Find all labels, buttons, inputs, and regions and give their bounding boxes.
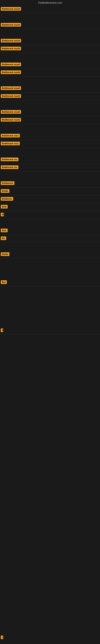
site-title: TheBottlenecker.com — [0, 0, 100, 6]
bottleneck-badge-22: Bottle — [1, 252, 9, 256]
result-row-5: Bottleneck result — [0, 61, 100, 69]
bottleneck-badge-2: Bottleneck result — [1, 23, 21, 26]
bottleneck-badge-8: Bottleneck result — [1, 94, 21, 98]
result-row-11: Bottleneck resu — [0, 132, 100, 140]
result-row-24: B — [0, 327, 100, 335]
result-row-17: Bottlenec — [0, 196, 100, 203]
bottleneck-badge-10: Bottleneck result — [1, 118, 21, 122]
result-row-10: Bottleneck result — [0, 116, 100, 124]
bottleneck-badge-6: Bottleneck result — [1, 70, 21, 74]
result-row-9: Bottleneck result — [0, 108, 100, 116]
bottleneck-badge-17: Bottlenec — [1, 197, 13, 201]
result-row-8: Bottleneck result — [0, 92, 100, 100]
bottleneck-badge-5: Bottleneck result — [1, 62, 21, 66]
result-row-23: Bot — [0, 279, 100, 286]
bottleneck-badge-9: Bottleneck result — [1, 110, 21, 114]
bottleneck-badge-1: Bottleneck result — [1, 7, 21, 11]
result-row-6: Bottleneck result — [0, 69, 100, 77]
bottleneck-badge-final: | — [1, 636, 3, 639]
result-row-14: Bottleneck res — [0, 164, 100, 172]
result-row-18: Bott — [0, 203, 100, 211]
result-row-13: Bottleneck res — [0, 156, 100, 164]
bottleneck-badge-16: Bottle — [1, 189, 9, 193]
bottleneck-badge-21: Bo — [1, 236, 6, 240]
result-row-2: Bottleneck result — [0, 21, 100, 29]
result-row-15: Bottleneck — [0, 180, 100, 188]
result-row-1: Bottleneck result — [0, 6, 100, 13]
bottleneck-badge-23: Bot — [1, 280, 7, 284]
bottleneck-badge-14: Bottleneck res — [1, 166, 18, 169]
bottleneck-badge-11: Bottleneck resu — [1, 134, 20, 138]
result-row-21: Bo — [0, 235, 100, 243]
bottleneck-badge-4: Bottleneck result — [1, 47, 21, 50]
result-row-20: Bott — [0, 227, 100, 235]
bottleneck-badge-19: B — [1, 213, 4, 216]
bottleneck-badge-7: Bottleneck result — [1, 86, 21, 90]
result-row-12: Bottleneck resu — [0, 140, 100, 148]
bottleneck-badge-12: Bottleneck resu — [1, 142, 20, 145]
result-row-19: B — [0, 211, 100, 219]
bottleneck-badge-20: Bott — [1, 228, 8, 232]
result-row-7: Bottleneck result — [0, 85, 100, 92]
bottleneck-badge-15: Bottleneck — [1, 181, 14, 185]
result-row-3: Bottleneck result — [0, 37, 100, 45]
result-row-4: Bottleneck result — [0, 45, 100, 53]
result-row-16: Bottle — [0, 188, 100, 196]
bottleneck-badge-13: Bottleneck res — [1, 158, 18, 161]
bottleneck-badge-24: B — [1, 328, 3, 332]
result-row-22: Bottle — [0, 251, 100, 258]
bottleneck-badge-18: Bott — [1, 205, 8, 208]
bottleneck-badge-3: Bottleneck result — [1, 39, 21, 42]
